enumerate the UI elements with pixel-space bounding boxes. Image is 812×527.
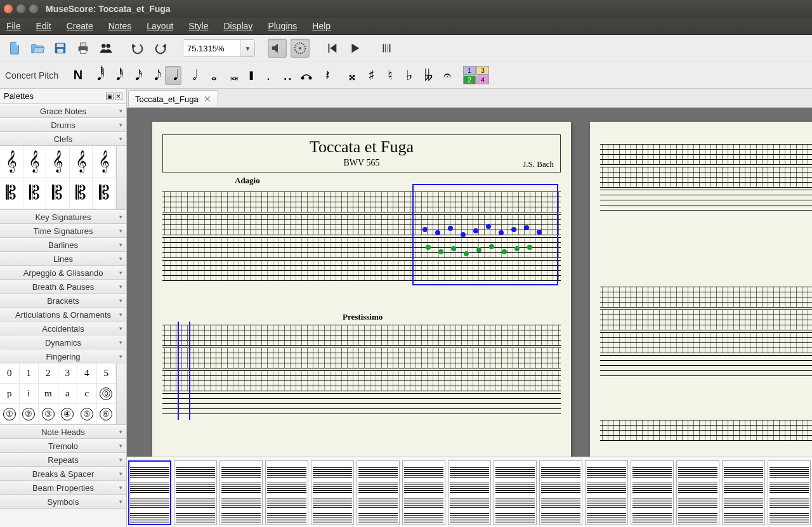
navigator-page-thumb[interactable]	[174, 460, 217, 525]
menu-style[interactable]: Style	[188, 21, 208, 31]
fingering-cell[interactable]: ⓪	[97, 384, 117, 404]
fingering-cell[interactable]: ①	[0, 404, 20, 424]
flat-button[interactable]: ♭	[401, 66, 417, 85]
zoom-combo[interactable]: ▼	[183, 39, 255, 57]
fingering-cell[interactable]: ②	[20, 404, 39, 424]
palette-accidentals[interactable]: Accidentals▾	[0, 322, 126, 335]
tab-close-button[interactable]: ✕	[204, 94, 211, 104]
palette-time-signatures[interactable]: Time Signatures▾	[0, 224, 126, 238]
palette-key-signatures[interactable]: Key Signatures▾	[0, 210, 126, 224]
navigator-page-thumb[interactable]	[539, 460, 582, 525]
score-title-frame[interactable]: Toccata et Fuga BWV 565 J.S. Bach	[162, 134, 561, 172]
navigator-page-thumb[interactable]	[494, 460, 537, 525]
community-button[interactable]	[96, 39, 115, 58]
window-minimize-button[interactable]	[16, 4, 25, 13]
palettes-float-button[interactable]: ▣	[106, 93, 114, 100]
staff-system[interactable]	[600, 420, 812, 443]
palette-lines[interactable]: Lines▾	[0, 252, 126, 266]
clef-cell[interactable]: 𝄞	[70, 146, 93, 178]
window-close-button[interactable]	[4, 4, 13, 13]
fingering-cell[interactable]: ⑤	[77, 404, 97, 424]
palettes-close-button[interactable]: ✕	[115, 93, 122, 100]
menu-plugins[interactable]: Plugins	[268, 21, 297, 31]
menu-display[interactable]: Display	[223, 21, 252, 31]
repeat-button[interactable]	[377, 39, 396, 58]
menu-layout[interactable]: Layout	[147, 21, 173, 31]
fingering-cell[interactable]: i	[20, 384, 39, 404]
sharp-button[interactable]: ♯	[363, 66, 379, 85]
navigator-page-thumb[interactable]	[631, 460, 674, 525]
palette-clefs[interactable]: Clefs▾	[0, 132, 126, 146]
navigator-page-thumb[interactable]	[448, 460, 491, 525]
palette-tremolo[interactable]: Tremolo▾	[0, 439, 126, 453]
note-16th-button[interactable]: 𝅘𝅥𝅯	[127, 66, 143, 85]
score-canvas[interactable]: Toccata et Fuga BWV 565 J.S. Bach Adagio	[127, 108, 812, 457]
navigator-page-thumb[interactable]	[265, 460, 308, 525]
print-button[interactable]	[74, 39, 93, 58]
clef-cell[interactable]: 𝄡	[93, 178, 116, 209]
navigator-page-thumb[interactable]	[402, 460, 445, 525]
note-dot-button[interactable]: .	[260, 66, 277, 85]
navigator-page-thumb[interactable]	[219, 460, 263, 525]
note-tie-button[interactable]	[298, 66, 315, 85]
palette-beam-properties[interactable]: Beam Properties▾	[0, 481, 126, 495]
navigator-panel[interactable]	[127, 457, 812, 527]
double-sharp-button[interactable]: 𝄪	[344, 66, 360, 85]
redo-button[interactable]	[151, 39, 170, 58]
menu-file[interactable]: File	[6, 21, 21, 31]
clef-cell[interactable]: 𝄞	[0, 146, 23, 178]
double-flat-button[interactable]: 𝄫	[420, 66, 436, 85]
fingering-cell[interactable]: 2	[39, 363, 58, 384]
fingering-cell[interactable]: p	[0, 384, 20, 404]
palette-grace-notes[interactable]: Grace Notes▾	[0, 104, 126, 118]
palette-repeats[interactable]: Repeats▾	[0, 453, 126, 467]
zoom-input[interactable]	[183, 44, 240, 53]
natural-button[interactable]: ♮	[382, 66, 398, 85]
tempo-adagio[interactable]: Adagio	[235, 176, 260, 186]
navigator-page-thumb[interactable]	[585, 460, 628, 525]
fingering-cell[interactable]: ③	[39, 404, 58, 424]
concert-pitch-button[interactable]: Concert Pitch	[5, 70, 58, 81]
menu-create[interactable]: Create	[67, 21, 93, 31]
open-file-button[interactable]	[28, 39, 47, 58]
palette-drums[interactable]: Drums▾	[0, 118, 126, 132]
fingering-cell[interactable]: 3	[58, 363, 78, 384]
clefs-scrollbar[interactable]	[116, 146, 126, 209]
fingering-cell[interactable]: 1	[20, 363, 39, 384]
voice-4-button[interactable]: 4	[476, 75, 489, 84]
note-breve-button[interactable]: 𝅜	[222, 66, 239, 85]
clef-cell[interactable]: 𝄞	[23, 146, 47, 178]
zoom-dropdown-button[interactable]: ▼	[240, 40, 254, 56]
note-8th-button[interactable]: 𝅘𝅥𝅮	[146, 66, 162, 85]
tempo-prestissimo[interactable]: Prestissimo	[343, 312, 383, 322]
flip-stem-button[interactable]: 𝄐	[439, 66, 455, 85]
palette-breaks-spacer[interactable]: Breaks & Spacer▾	[0, 467, 126, 481]
voice-1-button[interactable]: 1	[463, 66, 476, 75]
fingering-cell[interactable]: ⑥	[97, 404, 117, 424]
fingering-cell[interactable]: 4	[77, 363, 97, 384]
navigator-page-thumb[interactable]	[722, 460, 765, 525]
score-tab[interactable]: Toccata_et_Fuga ✕	[128, 90, 218, 107]
staff-system[interactable]	[600, 144, 812, 212]
fingering-scrollbar[interactable]	[116, 363, 126, 424]
rest-button[interactable]: 𝄽	[317, 66, 334, 85]
note-input-mode-button[interactable]: N	[70, 66, 86, 85]
navigator-page-thumb[interactable]	[768, 460, 811, 525]
menu-help[interactable]: Help	[312, 21, 331, 31]
fingering-cell[interactable]: a	[58, 384, 78, 404]
sound-button[interactable]	[268, 39, 287, 58]
rewind-button[interactable]	[322, 39, 341, 58]
note-64th-button[interactable]: 𝅘𝅥𝅱	[89, 66, 105, 85]
fingering-cell[interactable]: c	[77, 384, 97, 404]
note-doubledot-button[interactable]: ‥	[279, 66, 296, 85]
palette-fingering[interactable]: Fingering▾	[0, 349, 126, 363]
fingering-cell[interactable]: m	[39, 384, 58, 404]
palette-barlines[interactable]: Barlines▾	[0, 238, 126, 252]
palette-brackets[interactable]: Brackets▾	[0, 294, 126, 308]
note-32nd-button[interactable]: 𝅘𝅥𝅰	[108, 66, 124, 85]
play-button[interactable]	[345, 39, 364, 58]
fingering-cell[interactable]: ④	[58, 404, 78, 424]
clef-cell[interactable]: 𝄡	[0, 178, 23, 209]
staff-system[interactable]	[600, 287, 812, 378]
palette-articulations[interactable]: Articulations & Ornaments▾	[0, 308, 126, 322]
